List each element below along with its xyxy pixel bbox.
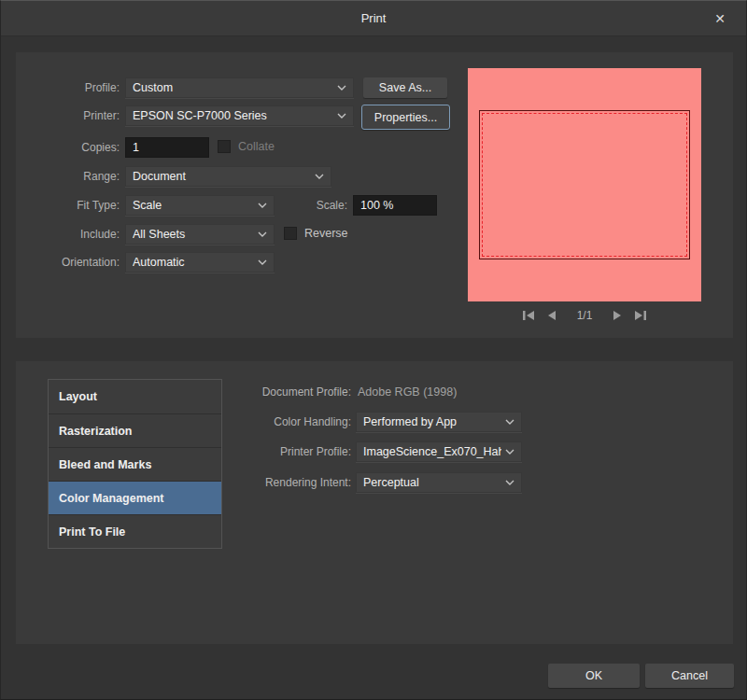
chevron-down-icon	[315, 174, 324, 179]
rendering-intent-label: Rendering Intent:	[206, 472, 351, 493]
save-as-button[interactable]: Save As...	[363, 77, 447, 98]
next-page-button[interactable]	[613, 310, 622, 321]
copies-input[interactable]	[125, 137, 209, 158]
collate-label: Collate	[238, 138, 275, 155]
document-profile-label: Document Profile:	[206, 382, 351, 402]
chevron-down-icon	[258, 203, 267, 208]
printer-select[interactable]: EPSON SC-P7000 Series	[125, 105, 354, 126]
chevron-down-icon	[337, 113, 346, 119]
scale-input[interactable]	[353, 195, 437, 216]
preview-pagination: 1/1	[468, 306, 701, 325]
tab-layout[interactable]: Layout	[49, 380, 221, 413]
ok-button[interactable]: OK	[548, 664, 640, 688]
chevron-down-icon	[505, 480, 514, 485]
profile-select[interactable]: Custom	[125, 77, 354, 98]
titlebar: Print ✕	[1, 1, 746, 36]
cancel-button[interactable]: Cancel	[645, 664, 734, 688]
printer-profile-label: Printer Profile:	[206, 441, 351, 462]
section-list: Layout Rasterization Bleed and Marks Col…	[48, 379, 222, 549]
fit-type-select[interactable]: Scale	[125, 195, 275, 216]
print-dialog: Print ✕ Profile: Custom Save As... Print…	[0, 0, 747, 700]
color-handling-label: Color Handling:	[206, 412, 351, 432]
chevron-down-icon	[505, 419, 514, 425]
first-page-button[interactable]	[522, 310, 536, 321]
reverse-checkbox[interactable]	[284, 227, 297, 240]
profile-label: Profile:	[20, 77, 120, 98]
printer-profile-select[interactable]: ImageScience_Ex070_Hahr	[356, 441, 522, 462]
preview-page-area	[479, 110, 690, 259]
fit-type-label: Fit Type:	[20, 195, 120, 216]
tab-bleed-and-marks[interactable]: Bleed and Marks	[49, 447, 221, 481]
printer-label: Printer:	[20, 105, 120, 126]
last-page-button[interactable]	[633, 310, 647, 321]
collate-checkbox	[218, 140, 231, 153]
chevron-down-icon	[337, 85, 346, 91]
preview-margin-dashed	[482, 113, 687, 257]
tab-color-management[interactable]: Color Management	[49, 481, 221, 514]
range-select[interactable]: Document	[125, 166, 331, 187]
properties-button[interactable]: Properties...	[361, 105, 450, 130]
page-indicator: 1/1	[577, 309, 593, 322]
chevron-down-icon	[505, 449, 514, 455]
window-title: Print	[361, 11, 387, 25]
copies-label: Copies:	[20, 137, 120, 158]
document-profile-value: Adobe RGB (1998)	[358, 382, 457, 402]
chevron-down-icon	[258, 231, 267, 237]
tab-print-to-file[interactable]: Print To File	[49, 514, 221, 548]
reverse-label: Reverse	[304, 225, 348, 242]
chevron-down-icon	[258, 259, 267, 265]
close-icon[interactable]: ✕	[707, 1, 733, 36]
orientation-label: Orientation:	[20, 252, 120, 273]
color-handling-select[interactable]: Performed by App	[356, 412, 522, 432]
scale-label: Scale:	[281, 195, 347, 216]
include-label: Include:	[20, 224, 120, 245]
tab-rasterization[interactable]: Rasterization	[49, 413, 221, 447]
rendering-intent-select[interactable]: Perceptual	[356, 472, 522, 493]
include-select[interactable]: All Sheets	[125, 224, 275, 245]
print-preview	[468, 68, 701, 301]
orientation-select[interactable]: Automatic	[125, 252, 275, 273]
prev-page-button[interactable]	[547, 310, 557, 321]
range-label: Range:	[20, 166, 120, 187]
